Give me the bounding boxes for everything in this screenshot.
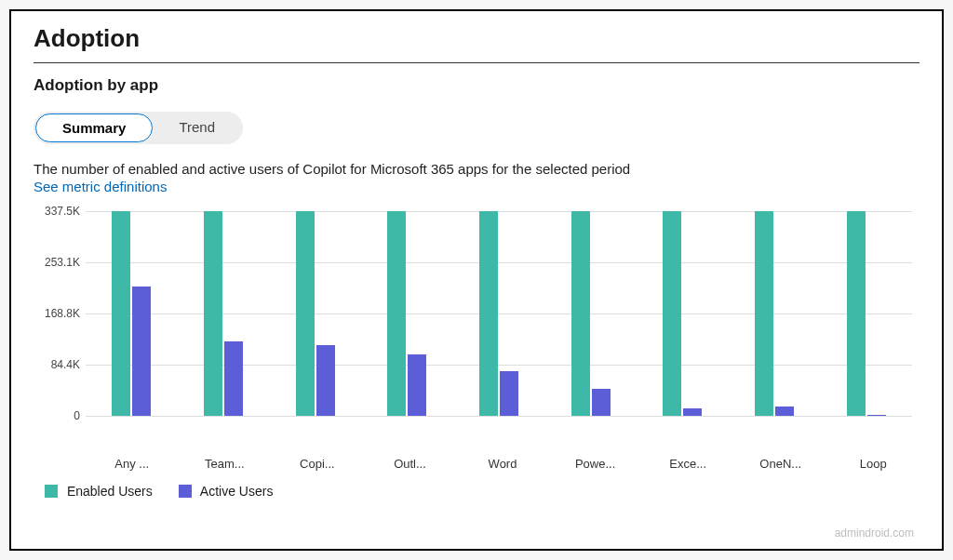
- legend-enabled: Enabled Users: [45, 484, 153, 499]
- bar-group: [544, 211, 637, 416]
- x-tick-label: Team...: [179, 449, 272, 471]
- view-tabs: Summary Trend: [34, 112, 243, 144]
- bar-enabled: [296, 211, 315, 416]
- bar-active: [775, 407, 794, 416]
- y-tick-label: 0: [34, 409, 80, 422]
- x-tick-label: Outl...: [364, 449, 457, 471]
- bar-enabled: [112, 211, 130, 416]
- description-text: The number of enabled and active users o…: [34, 161, 919, 177]
- legend-enabled-label: Enabled Users: [67, 484, 153, 499]
- bar-enabled: [479, 211, 498, 416]
- y-tick-label: 84.4K: [34, 358, 80, 371]
- bar-group: [361, 211, 453, 416]
- bar-enabled: [204, 211, 222, 416]
- legend-active: Active Users: [179, 484, 274, 499]
- bar-enabled: [847, 211, 866, 416]
- y-tick-label: 253.1K: [34, 256, 80, 269]
- swatch-enabled-icon: [45, 485, 58, 498]
- bar-group: [820, 211, 912, 416]
- bar-enabled: [571, 211, 590, 416]
- bar-active: [683, 408, 702, 416]
- bar-active: [408, 354, 426, 416]
- bar-enabled: [663, 211, 681, 416]
- watermark: admindroid.com: [835, 527, 914, 540]
- bar-group: [269, 211, 361, 416]
- divider: [34, 62, 919, 63]
- x-tick-label: Copi...: [271, 449, 364, 471]
- adoption-panel: Adoption Adoption by app Summary Trend T…: [9, 9, 944, 551]
- tab-trend[interactable]: Trend: [153, 113, 241, 142]
- legend-active-label: Active Users: [200, 484, 274, 499]
- x-tick-label: Loop: [827, 449, 920, 471]
- x-tick-label: Any ...: [86, 449, 179, 471]
- bar-active: [132, 287, 151, 416]
- x-tick-label: Word: [456, 449, 549, 471]
- x-tick-label: Powe...: [549, 449, 642, 471]
- bar-enabled: [755, 211, 773, 416]
- bar-active: [592, 389, 611, 416]
- bar-group: [453, 211, 545, 416]
- bar-active: [224, 341, 243, 416]
- section-title: Adoption by app: [34, 76, 919, 95]
- gridline: [86, 416, 912, 417]
- bar-active: [500, 371, 518, 416]
- bar-group: [86, 211, 178, 416]
- bar-group: [637, 211, 729, 416]
- bar-enabled: [387, 211, 406, 416]
- swatch-active-icon: [179, 485, 192, 498]
- x-tick-label: OneN...: [734, 449, 827, 471]
- bar-active: [316, 345, 335, 416]
- y-tick-label: 168.8K: [34, 307, 80, 320]
- x-axis-labels: Any ...Team...Copi...Outl...WordPowe...E…: [86, 449, 919, 471]
- bar-group: [178, 211, 270, 416]
- x-tick-label: Exce...: [641, 449, 734, 471]
- bar-active: [867, 415, 886, 416]
- y-tick-label: 337.5K: [34, 205, 80, 218]
- adoption-chart: 084.4K168.8K253.1K337.5K: [86, 211, 919, 444]
- tab-summary[interactable]: Summary: [35, 113, 153, 142]
- bar-group: [729, 211, 821, 416]
- bars-area: [86, 211, 912, 416]
- page-title: Adoption: [34, 24, 919, 53]
- metric-definitions-link[interactable]: See metric definitions: [34, 179, 919, 194]
- legend: Enabled Users Active Users: [45, 484, 919, 499]
